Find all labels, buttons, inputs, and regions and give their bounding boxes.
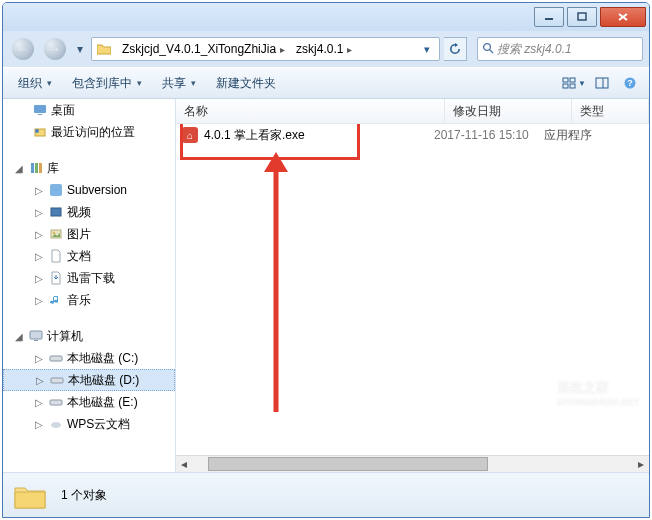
expand-icon[interactable]: ▷ <box>33 185 45 196</box>
include-in-library-button[interactable]: 包含到库中 ▾ <box>63 70 151 96</box>
scroll-thumb[interactable] <box>208 457 488 471</box>
horizontal-scrollbar[interactable]: ◂ ▸ <box>176 455 649 472</box>
view-icon <box>562 77 576 89</box>
maximize-button[interactable] <box>567 7 597 27</box>
svg-marker-33 <box>264 152 288 172</box>
tree-label: 计算机 <box>47 328 83 345</box>
expand-icon[interactable]: ▷ <box>33 207 45 218</box>
tree-label: Subversion <box>67 183 127 197</box>
download-icon <box>48 270 64 286</box>
scroll-right-arrow[interactable]: ▸ <box>633 457 649 471</box>
minimize-button[interactable] <box>534 7 564 27</box>
breadcrumb-label: Zskjcjd_V4.0.1_XiTongZhiJia <box>122 42 276 56</box>
watermark: 系统之家 XITONGZHIJIA.NET <box>523 379 639 407</box>
expand-icon[interactable]: ▷ <box>33 353 45 364</box>
collapse-icon[interactable]: ◢ <box>13 331 25 342</box>
address-dropdown[interactable]: ▾ <box>418 40 436 58</box>
organize-button[interactable]: 组织 ▾ <box>9 70 61 96</box>
svg-rect-1 <box>578 13 586 20</box>
music-icon <box>48 292 64 308</box>
col-date[interactable]: 修改日期 <box>445 99 572 123</box>
newfolder-label: 新建文件夹 <box>216 75 276 92</box>
svg-rect-20 <box>39 163 42 173</box>
subversion-icon <box>48 182 64 198</box>
drive-icon <box>48 394 64 410</box>
expand-icon[interactable]: ▷ <box>33 397 45 408</box>
house-icon <box>523 381 551 405</box>
table-row[interactable]: ⌂ 4.0.1 掌上看家.exe 2017-11-16 15:10 应用程序 <box>176 124 649 146</box>
annotation-arrow <box>256 152 296 422</box>
share-button[interactable]: 共享 ▾ <box>153 70 205 96</box>
breadcrumb-item-0[interactable]: Zskjcjd_V4.0.1_XiTongZhiJia ▸ <box>116 38 290 60</box>
svg-rect-15 <box>38 114 42 115</box>
drive-icon <box>48 350 64 366</box>
help-button[interactable]: ? <box>617 70 643 96</box>
chevron-down-icon: ▾ <box>191 78 196 88</box>
svg-rect-26 <box>30 331 42 339</box>
tree-lib-pictures[interactable]: ▷图片 <box>3 223 175 245</box>
svg-rect-6 <box>563 78 568 82</box>
svg-rect-19 <box>35 163 38 173</box>
tree-label: 库 <box>47 160 59 177</box>
search-input[interactable]: 搜索 zskj4.0.1 <box>477 37 643 61</box>
preview-pane-icon <box>595 77 609 89</box>
scroll-left-arrow[interactable]: ◂ <box>176 457 192 471</box>
expand-icon[interactable]: ▷ <box>34 375 46 386</box>
col-name[interactable]: 名称 <box>176 99 445 123</box>
tree-lib-music[interactable]: ▷音乐 <box>3 289 175 311</box>
expand-icon[interactable]: ▷ <box>33 229 45 240</box>
forward-button[interactable]: → <box>41 36 69 62</box>
tree-lib-video[interactable]: ▷视频 <box>3 201 175 223</box>
tree-drive-e[interactable]: ▷本地磁盘 (E:) <box>3 391 175 413</box>
tree-recent[interactable]: 最近访问的位置 <box>3 121 175 143</box>
collapse-icon[interactable]: ◢ <box>13 163 25 174</box>
tree-label: 最近访问的位置 <box>51 124 135 141</box>
tree-drive-c[interactable]: ▷本地磁盘 (C:) <box>3 347 175 369</box>
newfolder-button[interactable]: 新建文件夹 <box>207 70 285 96</box>
file-date: 2017-11-16 15:10 <box>434 128 544 142</box>
watermark-line1: 系统之家 <box>557 379 639 397</box>
exe-icon: ⌂ <box>182 127 198 143</box>
back-button[interactable]: ← <box>9 36 37 62</box>
maximize-icon <box>577 12 587 22</box>
tree-label: 本地磁盘 (E:) <box>67 394 138 411</box>
tree-libraries[interactable]: ◢ 库 <box>3 157 175 179</box>
svg-point-31 <box>51 422 61 428</box>
expand-icon[interactable]: ▷ <box>33 295 45 306</box>
expand-icon[interactable]: ▷ <box>33 273 45 284</box>
tree-label: 文档 <box>67 248 91 265</box>
tree-drive-d[interactable]: ▷本地磁盘 (D:) <box>3 369 175 391</box>
tree-computer[interactable]: ◢ 计算机 <box>3 325 175 347</box>
tree-desktop[interactable]: 桌面 <box>3 99 175 121</box>
view-options-button[interactable]: ▼ <box>561 70 587 96</box>
file-rows[interactable]: ⌂ 4.0.1 掌上看家.exe 2017-11-16 15:10 应用程序 <box>176 124 649 455</box>
tree-lib-xunlei[interactable]: ▷迅雷下载 <box>3 267 175 289</box>
close-button[interactable] <box>600 7 646 27</box>
expand-icon[interactable]: ▷ <box>33 419 45 430</box>
history-dropdown[interactable]: ▾ <box>73 38 87 60</box>
cloud-icon <box>48 416 64 432</box>
svg-rect-18 <box>31 163 34 173</box>
refresh-button[interactable] <box>444 37 467 61</box>
preview-pane-button[interactable] <box>589 70 615 96</box>
status-count: 1 个对象 <box>61 487 107 504</box>
library-icon <box>28 160 44 176</box>
col-type[interactable]: 类型 <box>572 99 649 123</box>
chevron-right-icon: ▸ <box>280 44 285 55</box>
include-label: 包含到库中 <box>72 75 132 92</box>
address-bar[interactable]: Zskjcjd_V4.0.1_XiTongZhiJia ▸ zskj4.0.1 … <box>91 37 440 61</box>
watermark-line2: XITONGZHIJIA.NET <box>557 397 639 407</box>
video-icon <box>48 204 64 220</box>
svg-rect-14 <box>34 105 46 113</box>
chevron-down-icon: ▾ <box>137 78 142 88</box>
svg-rect-27 <box>34 340 38 341</box>
breadcrumb-item-1[interactable]: zskj4.0.1 ▸ <box>290 38 357 60</box>
breadcrumb-label: zskj4.0.1 <box>296 42 343 56</box>
help-icon: ? <box>623 76 637 90</box>
expand-icon[interactable]: ▷ <box>33 251 45 262</box>
minimize-icon <box>544 12 554 22</box>
nav-tree[interactable]: 桌面 最近访问的位置 ◢ 库 ▷Subversion ▷视频 ▷图片 ▷文档 ▷… <box>3 99 176 472</box>
tree-wps-cloud[interactable]: ▷WPS云文档 <box>3 413 175 435</box>
tree-lib-subversion[interactable]: ▷Subversion <box>3 179 175 201</box>
tree-lib-documents[interactable]: ▷文档 <box>3 245 175 267</box>
